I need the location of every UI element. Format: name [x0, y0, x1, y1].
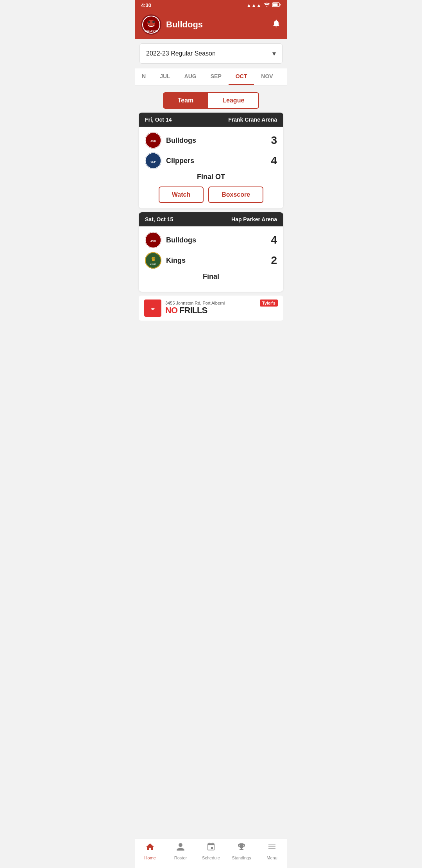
- game-body-2: AVB Bulldogs 4 ♛ KINGS Kings 2 Final: [139, 226, 283, 292]
- game-arena-2: Hap Parker Arena: [231, 216, 277, 222]
- ad-tyler: Tyler's: [260, 299, 278, 307]
- ad-address: 3455 Johnston Rd, Port Alberni: [165, 301, 256, 305]
- game-status-2: Final: [145, 273, 277, 281]
- game-header-2: Sat, Oct 15 Hap Parker Arena: [139, 212, 283, 226]
- roster-icon: [176, 842, 185, 854]
- ad-text: 3455 Johnston Rd, Port Alberni NO FRILLS: [165, 301, 256, 316]
- month-tab-jul[interactable]: JUL: [153, 68, 177, 85]
- league-toggle-btn[interactable]: League: [208, 92, 259, 109]
- bell-icon[interactable]: [272, 19, 281, 30]
- svg-point-5: [148, 21, 150, 23]
- nav-roster[interactable]: Roster: [165, 842, 196, 860]
- nav-home[interactable]: Home: [135, 842, 165, 860]
- svg-text:♛: ♛: [151, 256, 156, 262]
- app-logo: BULLDOGS: [141, 14, 161, 35]
- nav-schedule-label: Schedule: [202, 855, 220, 860]
- away-team-score-2: 2: [263, 254, 277, 267]
- month-tab-sep[interactable]: SEP: [204, 68, 229, 85]
- bulldogs-logo-1: AVB: [145, 132, 161, 149]
- boxscore-button[interactable]: Boxscore: [208, 187, 263, 203]
- nav-schedule[interactable]: Schedule: [196, 842, 226, 860]
- bottom-nav: Home Roster Schedule Standings: [135, 839, 287, 868]
- home-team-name-1: Bulldogs: [166, 136, 258, 145]
- month-tab-oct[interactable]: OCT: [229, 68, 254, 85]
- svg-text:NF: NF: [151, 307, 155, 310]
- schedule-icon: [206, 842, 216, 854]
- game-card-1: Fri, Oct 14 Frank Crane Arena AVB Bulldo…: [139, 113, 283, 208]
- team-toggle-btn[interactable]: Team: [163, 92, 208, 109]
- view-toggle: Team League: [135, 92, 287, 109]
- svg-text:BULLDOGS: BULLDOGS: [145, 30, 158, 32]
- home-team-row-2: AVB Bulldogs 4: [145, 232, 277, 248]
- home-team-name-2: Bulldogs: [166, 236, 258, 244]
- home-team-row-1: AVB Bulldogs 3: [145, 132, 277, 149]
- ad-content: NF 3455 Johnston Rd, Port Alberni NO FRI…: [144, 299, 278, 317]
- game-status-1: Final OT: [145, 173, 277, 181]
- svg-rect-2: [280, 4, 281, 5]
- away-team-score-1: 4: [263, 154, 277, 167]
- month-tab-aug[interactable]: AUG: [177, 68, 204, 85]
- svg-text:AVB: AVB: [150, 240, 156, 242]
- ad-brand: NO FRILLS: [165, 305, 256, 316]
- svg-text:KINGS: KINGS: [150, 263, 157, 265]
- away-team-name-2: Kings: [166, 256, 258, 265]
- wifi-icon: [264, 2, 270, 8]
- game-date-1: Fri, Oct 14: [145, 117, 172, 123]
- home-team-score-2: 4: [263, 234, 277, 246]
- clippers-logo: CLIP: [145, 152, 161, 169]
- month-tab-jan[interactable]: N: [135, 68, 153, 85]
- away-team-row-2: ♛ KINGS Kings 2: [145, 252, 277, 269]
- season-label: 2022-23 Regular Season: [146, 50, 216, 57]
- game-body-1: AVB Bulldogs 3 CLIP Clippers 4 Final OT …: [139, 127, 283, 208]
- watch-button[interactable]: Watch: [159, 187, 204, 203]
- nav-standings-label: Standings: [232, 855, 251, 860]
- svg-point-6: [152, 21, 155, 23]
- svg-text:AVB: AVB: [150, 140, 156, 143]
- ad-logo: NF: [144, 299, 161, 317]
- game-actions-1: Watch Boxscore: [145, 187, 277, 203]
- kings-logo: ♛ KINGS: [145, 252, 161, 269]
- status-bar: 4:30 ▲▲▲: [135, 0, 287, 11]
- bulldogs-logo-2: AVB: [145, 232, 161, 248]
- svg-rect-1: [273, 4, 278, 6]
- nav-menu[interactable]: Menu: [257, 842, 287, 860]
- svg-text:CLIP: CLIP: [150, 161, 156, 163]
- game-header-1: Fri, Oct 14 Frank Crane Arena: [139, 113, 283, 127]
- status-icons: ▲▲▲: [246, 2, 281, 8]
- ad-banner: NF 3455 Johnston Rd, Port Alberni NO FRI…: [139, 296, 283, 321]
- nav-home-label: Home: [144, 855, 156, 860]
- standings-icon: [237, 842, 246, 854]
- chevron-down-icon: ▾: [272, 49, 276, 58]
- nav-roster-label: Roster: [174, 855, 187, 860]
- game-date-2: Sat, Oct 15: [145, 216, 173, 222]
- month-tab-dec[interactable]: DEC: [280, 68, 287, 85]
- game-arena-1: Frank Crane Arena: [228, 117, 277, 123]
- nav-standings[interactable]: Standings: [226, 842, 257, 860]
- header-title: Bulldogs: [166, 20, 267, 30]
- menu-icon: [267, 842, 277, 854]
- away-team-name-1: Clippers: [166, 157, 258, 165]
- home-icon: [145, 842, 155, 854]
- game-card-2: Sat, Oct 15 Hap Parker Arena AVB Bulldog…: [139, 212, 283, 292]
- home-team-score-1: 3: [263, 134, 277, 147]
- signal-icon: ▲▲▲: [246, 2, 261, 8]
- nav-menu-label: Menu: [266, 855, 277, 860]
- season-selector[interactable]: 2022-23 Regular Season ▾: [139, 43, 283, 64]
- status-time: 4:30: [141, 2, 151, 8]
- away-team-row-1: CLIP Clippers 4: [145, 152, 277, 169]
- month-tabs: N JUL AUG SEP OCT NOV DEC: [135, 68, 287, 86]
- battery-icon: [272, 2, 281, 8]
- app-header: BULLDOGS Bulldogs: [135, 11, 287, 39]
- month-tab-nov[interactable]: NOV: [254, 68, 280, 85]
